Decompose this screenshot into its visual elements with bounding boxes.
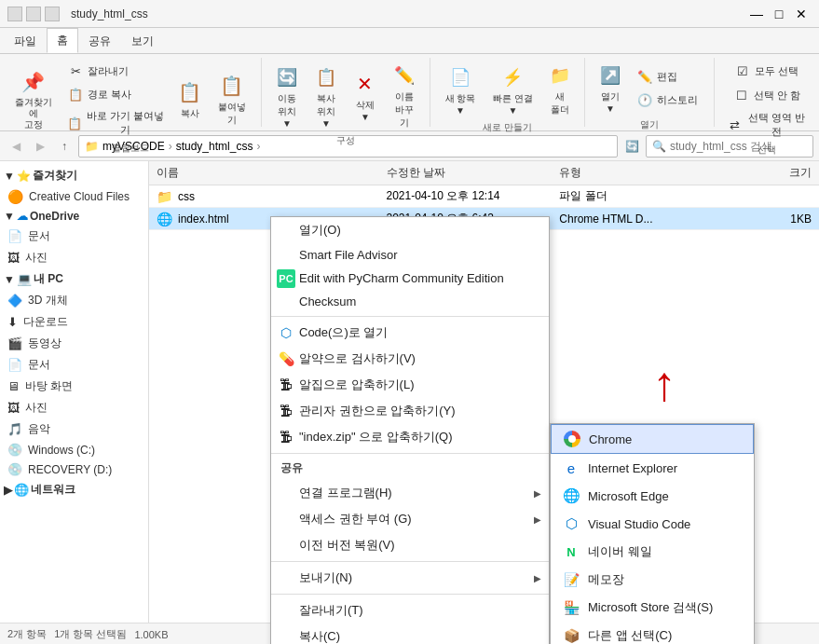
vscode-submenu-icon: ⬡ [562, 514, 580, 533]
close-btn[interactable]: ✕ [791, 6, 812, 22]
select-none-button[interactable]: ☐ 선택 안 함 [729, 84, 805, 106]
table-row[interactable]: 📁 css 2021-04-10 오후 12:14 파일 폴더 [149, 185, 819, 208]
ctx-open[interactable]: 열기(O) [271, 217, 549, 243]
ctx-cut-label: 잘라내기(T) [299, 602, 363, 619]
invert-button[interactable]: ⇄ 선택 영역 반전 [722, 108, 812, 142]
ctx-access-label: 액세스 권한 부여 (G) [299, 511, 412, 528]
col-header-size[interactable]: 크기 [731, 165, 812, 181]
sidebar-item-downloads[interactable]: ⬇ 다운로드 [0, 311, 148, 333]
submenu-other[interactable]: 📦 다른 앱 선택(C) [551, 622, 754, 644]
copy-label: 복사 [181, 107, 199, 120]
notepad-icon: 📝 [562, 570, 580, 589]
ribbon-group-new: 📄 새 항목▼ ⚡ 빠른 연결▼ 📁 새폴더 새로 만들기 [430, 58, 585, 127]
history-button[interactable]: 🕐 히스토리 [632, 89, 706, 111]
submenu-naver[interactable]: N 네이버 웨일 [551, 538, 754, 566]
submenu-notepad[interactable]: 📝 메모장 [551, 566, 754, 594]
docs-label: 문서 [28, 228, 50, 244]
col-header-date[interactable]: 수정한 날짜 [387, 165, 559, 181]
copy-button[interactable]: 📋 복사 [173, 76, 207, 123]
tab-home[interactable]: 홈 [47, 28, 78, 53]
refresh-button[interactable]: 🔄 [621, 136, 642, 157]
sidebar-item-windows-c[interactable]: 💿 Windows (C:) [0, 440, 148, 459]
copy2-button[interactable]: 📋 복사위치▼ [308, 62, 344, 131]
move-label: 이동위치▼ [274, 92, 300, 129]
ctx-share-header: 공유 [271, 457, 549, 480]
sidebar-item-docs[interactable]: 📄 문서 [0, 226, 148, 247]
new-folder-button[interactable]: 📁 새폴더 [543, 60, 577, 119]
ctx-smart-advisor[interactable]: Smart File Advisor [271, 243, 549, 267]
submenu-ms-store[interactable]: 🏪 Microsoft Store 검색(S) [551, 594, 754, 622]
sidebar-favorites-header[interactable]: ▼ ⭐ 즐겨찾기 [0, 165, 148, 186]
select-all-button[interactable]: ☑ 모두 선택 [730, 60, 804, 82]
ie-icon: e [562, 459, 580, 477]
tab-file[interactable]: 파일 [4, 29, 47, 53]
sidebar-onedrive-header[interactable]: ▼ ☁ OneDrive [0, 207, 148, 226]
delete-button[interactable]: ✕ 삭제▼ [348, 68, 383, 125]
submenu-ie[interactable]: e Internet Explorer [551, 454, 754, 482]
star-icon: ⭐ [17, 170, 31, 183]
new-item-button[interactable]: 📄 새 항목▼ [438, 62, 483, 118]
ctx-restore[interactable]: 이전 버전 복원(V) [271, 532, 549, 558]
select-label: 선택 [758, 142, 776, 157]
documents-label: 문서 [28, 357, 50, 373]
tab-view[interactable]: 보기 [121, 29, 164, 53]
copy2-label: 복사위치▼ [313, 92, 339, 129]
sidebar-item-videos[interactable]: 🎬 동영상 [0, 333, 148, 354]
ctx-code[interactable]: ⬡ Code(으)로 열기 [271, 320, 549, 346]
submenu-edge[interactable]: 🌐 Microsoft Edge [551, 482, 754, 510]
index-name-text: index.html [178, 212, 229, 226]
ctx-access[interactable]: 액세스 권한 부여 (G) [271, 506, 549, 532]
ctx-compress[interactable]: 🗜 알집으로 압축하기(L) [271, 372, 549, 398]
rename-button[interactable]: ✏️ 이름바꾸기 [387, 60, 422, 132]
pin-label: 즐겨찾기에고정 [12, 97, 54, 130]
context-menu: 열기(O) Smart File Advisor PC Edit with Py… [270, 216, 550, 644]
ctx-compress-zip[interactable]: 🗜 "index.zip" 으로 압축하기(Q) [271, 424, 549, 450]
sidebar-pc-header[interactable]: ▼ 💻 내 PC [0, 268, 148, 290]
cut-button[interactable]: ✂ 잘라내기 [62, 60, 169, 82]
submenu-chrome[interactable]: Chrome [551, 424, 754, 454]
quick-access-button[interactable]: ⚡ 빠른 연결▼ [486, 62, 539, 118]
sidebar-item-documents[interactable]: 📄 문서 [0, 354, 148, 376]
rename-label: 이름바꾸기 [391, 90, 417, 130]
ctx-cut[interactable]: 잘라내기(T) [271, 597, 549, 623]
edit-button[interactable]: ✏️ 편집 [632, 65, 706, 88]
col-header-name[interactable]: 이름 [157, 165, 387, 181]
sidebar-item-photos[interactable]: 🖼 사진 [0, 247, 148, 268]
html-file-icon: 🌐 [157, 212, 172, 226]
col-header-type[interactable]: 유형 [559, 165, 731, 181]
tab-share[interactable]: 공유 [78, 29, 121, 53]
invert-label: 선택 영역 반전 [745, 111, 807, 139]
open-label: 열기▼ [597, 90, 623, 114]
sidebar-item-music[interactable]: 🎵 음악 [0, 418, 148, 440]
open-button[interactable]: ↗️ 열기▼ [593, 60, 628, 116]
sidebar-item-3d[interactable]: 🔷 3D 개체 [0, 290, 148, 311]
ctx-pycharm[interactable]: PC Edit with PyCharm Community Edition [271, 267, 549, 290]
status-size: 1.00KB [134, 629, 168, 640]
paste-shortcut-button[interactable]: 📋 바로 가기 붙여넣기 [62, 106, 169, 140]
paste-button[interactable]: 📋 붙여넣기 [211, 70, 253, 130]
ctx-send-to[interactable]: 보내기(N) [271, 565, 549, 591]
music-icon: 🎵 [7, 422, 22, 436]
ctx-checksum[interactable]: Checksum [271, 290, 549, 313]
minimize-btn[interactable]: — [746, 6, 767, 22]
pin-button[interactable]: 📌 즐겨찾기에고정 [7, 66, 59, 133]
ribbon-clipboard-buttons: 📌 즐겨찾기에고정 ✂ 잘라내기 📋 경로 복사 📋 바로 가기 붙여넣기 [7, 60, 253, 140]
sidebar-item-creative-cloud[interactable]: 🟠 Creative Cloud Files [0, 186, 148, 207]
copy-path-button[interactable]: 📋 경로 복사 [62, 83, 169, 105]
move-button[interactable]: 🔄 이동위치▼ [269, 62, 305, 131]
submenu-other-label: 다른 앱 선택(C) [588, 627, 672, 644]
ctx-open-with[interactable]: 연결 프로그램(H) [271, 480, 549, 506]
cut-label: 잘라내기 [88, 64, 129, 78]
ctx-smart-advisor-label: Smart File Advisor [299, 248, 397, 262]
sidebar-item-desktop[interactable]: 🖥 바탕 화면 [0, 376, 148, 397]
sidebar-item-pictures[interactable]: 🖼 사진 [0, 397, 148, 418]
ctx-sep-1 [271, 316, 549, 317]
submenu-vscode[interactable]: ⬡ Visual Studio Code [551, 510, 754, 538]
sidebar-item-recovery-d[interactable]: 💿 RECOVERY (D:) [0, 459, 148, 479]
maximize-btn[interactable]: □ [769, 6, 789, 22]
sidebar-network-header[interactable]: ▶ 🌐 네트워크 [0, 479, 148, 500]
ctx-compress-admin[interactable]: 🗜 관리자 권한으로 압축하기(Y) [271, 398, 549, 424]
ctx-copy[interactable]: 복사(C) [271, 623, 549, 644]
select-none-label: 선택 안 함 [754, 89, 800, 103]
ctx-scan[interactable]: 💊 알약으로 검사하기(V) [271, 346, 549, 372]
